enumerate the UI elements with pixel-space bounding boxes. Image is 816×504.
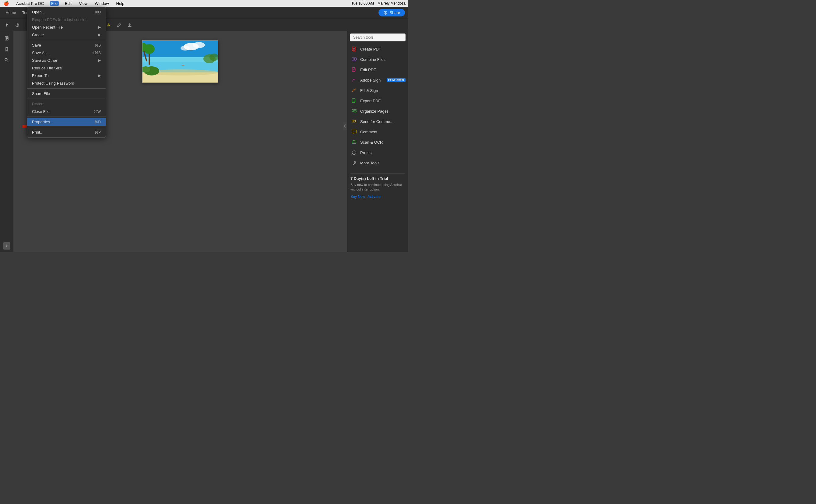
export-pdf-icon [351, 98, 357, 104]
svg-rect-39 [354, 58, 356, 60]
svg-rect-46 [352, 130, 356, 133]
hand-tool[interactable] [13, 21, 22, 29]
menu-revert-label: Revert [32, 102, 101, 106]
tool-scan-ocr[interactable]: Scan & OCR [347, 137, 408, 147]
tool-fill-sign-label: Fill & Sign [360, 88, 378, 93]
mac-menu-bar: 🍎 Acrobat Pro DC File Edit View Window H… [0, 0, 408, 7]
toolbar-separator-1 [25, 22, 25, 28]
file-menu-dropdown: Open... ⌘O Reopen PDFs from last session… [27, 7, 106, 138]
menu-revert: Revert [27, 100, 106, 108]
tool-create-pdf-label: Create PDF [360, 47, 381, 51]
buy-now-link[interactable]: Buy Now [350, 194, 365, 199]
menu-save-other-label: Save as Other [32, 58, 98, 63]
tool-protect[interactable]: Protect [347, 147, 408, 158]
menu-protect-password[interactable]: Protect Using Password [27, 79, 106, 87]
right-panel-collapse-btn[interactable] [343, 122, 347, 130]
menu-share-file[interactable]: Share File [27, 90, 106, 97]
sign-icon [351, 77, 357, 83]
menu-print-label: Print... [32, 130, 89, 135]
tool-organize-pages-label: Organize Pages [360, 109, 388, 114]
menu-open-recent[interactable]: Open Recent File ▶ [27, 23, 106, 31]
tool-comment[interactable]: Comment [347, 127, 408, 137]
combine-icon [351, 56, 357, 62]
menu-open[interactable]: Open... ⌘O [27, 8, 106, 16]
menu-properties[interactable]: Properties... ⌘D [27, 118, 106, 126]
menu-export[interactable]: Export To ▶ [27, 72, 106, 79]
menu-save-other[interactable]: Save as Other ▶ [27, 57, 106, 64]
left-sidebar [0, 31, 13, 252]
menubar-file[interactable]: File [50, 1, 59, 6]
menubar-time: Tue 10:00 AM [351, 1, 374, 5]
right-panel: Create PDF Combine Files Edit PDF [347, 31, 408, 252]
menu-sep-5 [27, 127, 106, 127]
menubar-help[interactable]: Help [115, 1, 126, 6]
sidebar-expand-btn[interactable] [3, 242, 10, 250]
menubar-window[interactable]: Window [93, 1, 110, 6]
svg-rect-38 [352, 58, 354, 60]
sidebar-pages-btn[interactable] [2, 33, 12, 43]
menu-print[interactable]: Print... ⌘P [27, 128, 106, 136]
edit-btn[interactable] [115, 21, 124, 29]
menubar-view[interactable]: View [78, 1, 89, 6]
menu-reopen: Reopen PDFs from last session [27, 16, 106, 23]
trial-title: 7 Day(s) Left in Trial [350, 176, 405, 181]
sidebar-bookmarks-btn[interactable] [2, 44, 12, 54]
menubar-user: Maírely Mendoza [377, 1, 405, 5]
menubar-edit[interactable]: Edit [64, 1, 73, 6]
tool-more-tools-label: More Tools [360, 161, 379, 165]
tool-export-pdf[interactable]: Export PDF [347, 96, 408, 106]
menu-export-arrow: ▶ [98, 74, 101, 78]
menu-close-file[interactable]: Close File ⌘W [27, 108, 106, 115]
svg-rect-44 [354, 111, 356, 112]
svg-rect-17 [6, 39, 7, 40]
menu-open-shortcut: ⌘O [94, 10, 101, 14]
tool-more-tools[interactable]: More Tools [347, 158, 408, 168]
cursor-tool[interactable] [3, 21, 12, 29]
trial-description: Buy now to continue using Acrobat withou… [350, 183, 405, 192]
tool-send-comment[interactable]: Send for Comme... [347, 116, 408, 127]
share-button[interactable]: Share [378, 9, 405, 16]
nav-home[interactable]: Home [3, 9, 19, 16]
menu-create-arrow: ▶ [98, 33, 101, 37]
tool-protect-label: Protect [360, 150, 373, 155]
menu-open-recent-arrow: ▶ [98, 25, 101, 29]
export-btn[interactable] [125, 21, 134, 29]
svg-rect-45 [352, 120, 355, 122]
menu-print-shortcut: ⌘P [95, 130, 101, 135]
tool-combine-files[interactable]: Combine Files [347, 54, 408, 65]
search-tools-input[interactable] [350, 33, 405, 41]
menu-save[interactable]: Save ⌘S [27, 41, 106, 49]
menu-save-label: Save [32, 43, 89, 47]
svg-point-22 [193, 42, 205, 48]
sidebar-search-btn[interactable] [2, 55, 12, 65]
tool-fill-sign[interactable]: Fill & Sign [347, 85, 408, 96]
menu-sep-4 [27, 117, 106, 117]
svg-rect-15 [6, 37, 8, 38]
menu-create[interactable]: Create ▶ [27, 31, 106, 39]
menu-sep-3 [27, 99, 106, 99]
svg-rect-16 [6, 38, 8, 39]
tool-edit-pdf[interactable]: Edit PDF [347, 65, 408, 75]
menu-properties-shortcut: ⌘D [94, 120, 101, 124]
menu-sep-2 [27, 88, 106, 89]
menubar-acrobat[interactable]: Acrobat Pro DC [15, 1, 45, 6]
more-tools-icon [351, 160, 357, 166]
menu-save-as-shortcut: ⇧⌘S [92, 51, 101, 55]
tools-list: Create PDF Combine Files Edit PDF [347, 44, 408, 171]
tool-adobe-sign[interactable]: Adobe Sign FEATURED [347, 75, 408, 85]
menu-save-as[interactable]: Save As... ⇧⌘S [27, 49, 106, 57]
svg-rect-41 [352, 99, 355, 103]
menu-share-file-label: Share File [32, 91, 101, 96]
menu-reduce[interactable]: Reduce File Size [27, 64, 106, 72]
svg-rect-34 [182, 65, 184, 65]
tool-create-pdf[interactable]: Create PDF [347, 44, 408, 54]
menu-reopen-label: Reopen PDFs from last session [32, 17, 101, 22]
tool-organize-pages[interactable]: Organize Pages [347, 106, 408, 116]
highlight-btn[interactable] [105, 21, 113, 29]
activate-link[interactable]: Activate [367, 194, 380, 199]
menu-close-file-shortcut: ⌘W [94, 110, 101, 114]
svg-point-36 [209, 54, 218, 61]
svg-rect-42 [352, 110, 353, 112]
menu-save-shortcut: ⌘S [95, 43, 101, 47]
apple-menu[interactable]: 🍎 [2, 1, 10, 6]
